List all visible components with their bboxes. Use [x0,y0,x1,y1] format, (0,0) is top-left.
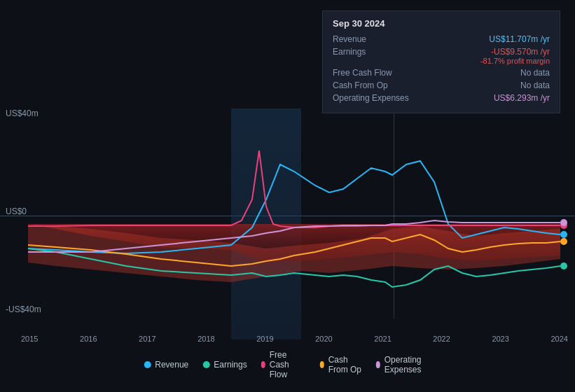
tooltip-value-opex: US$6.293m /yr [494,93,550,103]
legend-label-earnings: Earnings [214,360,247,370]
x-label-2016: 2016 [80,335,97,343]
legend-label-revenue: Revenue [155,360,188,370]
tooltip-value-cashfromop: No data [520,80,550,90]
legend-item-revenue[interactable]: Revenue [144,360,188,370]
tooltip-profit-margin: -81.7% profit margin [480,57,550,65]
legend-label-fcf: Free Cash Flow [270,350,306,379]
tooltip-label-revenue: Revenue [333,34,424,44]
cashfromop-dot [560,238,567,245]
tooltip-row-fcf: Free Cash Flow No data [333,68,550,78]
tooltip-label-fcf: Free Cash Flow [333,68,424,78]
revenue-dot [560,231,567,238]
opex-dot [560,219,567,226]
legend-item-earnings[interactable]: Earnings [202,360,247,370]
tooltip-row-earnings: Earnings -US$9.570m /yr -81.7% profit ma… [333,47,550,65]
x-label-2019: 2019 [256,335,273,343]
x-label-2023: 2023 [492,335,508,343]
earnings-dot [560,262,567,270]
x-label-2021: 2021 [374,335,391,343]
x-label-2017: 2017 [139,335,155,343]
tooltip-date: Sep 30 2024 [333,18,550,29]
x-label-2015: 2015 [21,335,38,343]
legend-item-opex[interactable]: Operating Expenses [376,355,431,374]
tooltip-box: Sep 30 2024 Revenue US$11.707m /yr Earni… [322,10,560,113]
x-label-2022: 2022 [433,335,450,343]
legend-label-cashfromop: Cash From Op [328,355,362,374]
legend-dot-cashfromop [320,361,324,368]
legend-dot-fcf [261,361,265,368]
legend-dot-earnings [202,361,209,368]
x-label-2018: 2018 [198,335,214,343]
tooltip-label-cashfromop: Cash From Op [333,80,424,90]
tooltip-value-earnings-group: -US$9.570m /yr -81.7% profit margin [480,47,550,65]
x-axis: 2015 2016 2017 2018 2019 2020 2021 2022 … [21,335,568,343]
tooltip-row-revenue: Revenue US$11.707m /yr [333,34,550,44]
tooltip-value-earnings: -US$9.570m /yr [491,47,550,57]
x-label-2020: 2020 [315,335,332,343]
chart-svg [0,108,575,340]
legend-dot-opex [376,361,380,368]
legend-item-fcf[interactable]: Free Cash Flow [261,350,306,379]
chart-container: Sep 30 2024 Revenue US$11.707m /yr Earni… [0,0,575,392]
chart-legend: Revenue Earnings Free Cash Flow Cash Fro… [144,350,431,379]
x-label-2024: 2024 [550,335,567,343]
tooltip-value-fcf: No data [520,68,550,78]
legend-dot-revenue [144,361,151,368]
tooltip-row-opex: Operating Expenses US$6.293m /yr [333,93,550,103]
tooltip-row-cashfromop: Cash From Op No data [333,80,550,90]
tooltip-value-revenue: US$11.707m /yr [489,34,550,44]
legend-item-cashfromop[interactable]: Cash From Op [320,355,362,374]
tooltip-label-earnings: Earnings [333,47,424,57]
legend-label-opex: Operating Expenses [385,355,431,374]
tooltip-label-opex: Operating Expenses [333,93,424,103]
